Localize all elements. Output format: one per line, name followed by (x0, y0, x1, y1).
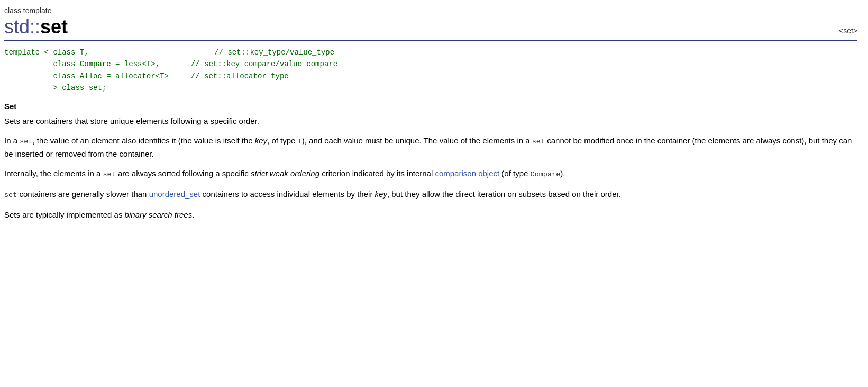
code-line3: class Alloc = allocator<T> // set::alloc… (4, 72, 289, 80)
code-line2: class Compare = less<T>, // set::key_com… (4, 60, 337, 68)
unordered-set-link[interactable]: unordered_set (149, 190, 200, 199)
main-title: std::set (4, 16, 68, 38)
para4-text: set containers are generally slower than… (4, 190, 621, 199)
title-name: set (40, 16, 68, 38)
para4-code1: set (4, 191, 17, 199)
para2-code2: T (298, 138, 302, 146)
para3-code1: set (103, 170, 116, 178)
page-wrapper: class template std::set <set> template <… (4, 6, 857, 221)
paragraph-5: Sets are typically implemented as binary… (4, 209, 857, 221)
para3-text: Internally, the elements in a set are al… (4, 169, 565, 178)
class-label: class template (4, 6, 857, 15)
comparison-object-link[interactable]: comparison object (435, 169, 499, 178)
namespace-prefix: std:: (4, 16, 40, 38)
para2-code3: set (532, 138, 545, 146)
code-line4: > class set; (4, 84, 106, 92)
code-line1: template < class T, // set::key_type/val… (4, 48, 334, 57)
para2-em: key (255, 136, 267, 145)
para5-text: Sets are typically implemented as binary… (4, 210, 194, 219)
paragraph-1: Sets are containers that store unique el… (4, 115, 857, 127)
para1-text: Sets are containers that store unique el… (4, 116, 259, 125)
para2-code1: set (20, 138, 32, 146)
template-code-block: template < class T, // set::key_type/val… (4, 47, 857, 94)
paragraph-3: Internally, the elements in a set are al… (4, 167, 857, 181)
para2-text1: In a set, the value of an element also i… (4, 136, 852, 158)
section-heading: Set (4, 102, 857, 111)
para4-em: key (375, 190, 387, 199)
para3-em: strict weak ordering (251, 169, 319, 178)
top-right-label: <set> (839, 26, 857, 35)
title-divider (4, 40, 857, 41)
paragraph-4: set containers are generally slower than… (4, 188, 857, 201)
para3-code2: Compare (531, 170, 561, 178)
paragraph-2: In a set, the value of an element also i… (4, 134, 857, 160)
title-row: std::set <set> (4, 16, 857, 38)
para5-em: binary search trees (125, 210, 193, 219)
